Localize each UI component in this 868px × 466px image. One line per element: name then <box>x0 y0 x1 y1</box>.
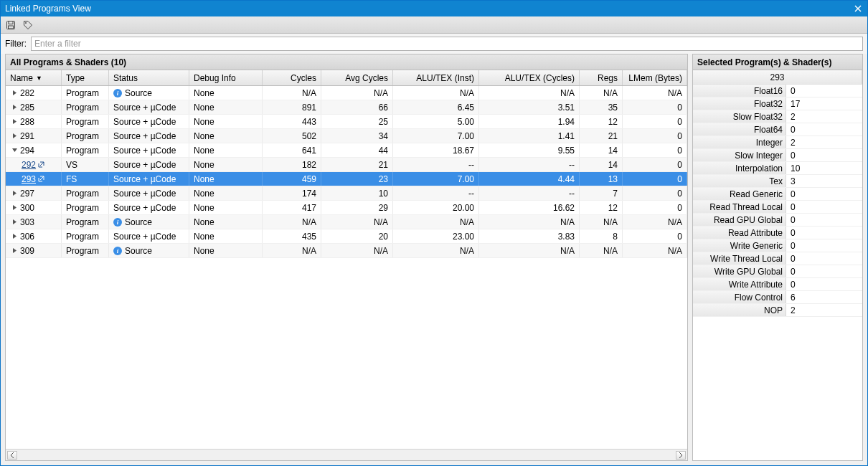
cell-type: Program <box>62 244 109 257</box>
property-label: Tex <box>693 175 786 187</box>
scroll-left-button[interactable] <box>7 451 17 460</box>
cell-debug: None <box>189 143 263 157</box>
horizontal-scrollbar[interactable] <box>6 449 687 460</box>
property-row[interactable]: Integer2 <box>693 136 862 149</box>
svg-point-5 <box>25 22 27 24</box>
col-lmem[interactable]: LMem (Bytes) <box>623 70 687 85</box>
cell-cycles: N/A <box>263 244 321 257</box>
table-row[interactable]: 303ProgramiSourceNoneN/AN/AN/AN/AN/AN/A <box>6 215 687 229</box>
col-regs[interactable]: Regs <box>580 70 623 85</box>
col-alu-inst[interactable]: ALU/TEX (Inst) <box>393 70 479 85</box>
property-row[interactable]: Slow Float322 <box>693 110 862 123</box>
tree-expand-button[interactable] <box>10 189 19 198</box>
cell-alu-cycles: N/A <box>479 215 580 229</box>
external-link-icon <box>38 161 44 168</box>
property-row[interactable]: Write GPU Global0 <box>693 265 862 278</box>
property-row[interactable]: Tex3 <box>693 175 862 188</box>
svg-rect-3 <box>9 21 13 24</box>
grid-body[interactable]: 282ProgramiSourceNoneN/AN/AN/AN/AN/AN/A2… <box>6 86 687 449</box>
table-row[interactable]: 288ProgramSource + µCodeNone443255.001.9… <box>6 115 687 129</box>
close-button[interactable] <box>853 4 863 14</box>
table-row[interactable]: 309ProgramiSourceNoneN/AN/AN/AN/AN/AN/A <box>6 244 687 258</box>
shader-link[interactable]: 292 <box>22 160 36 170</box>
tree-expand-button[interactable] <box>10 247 19 255</box>
shader-link[interactable]: 293 <box>22 174 36 184</box>
table-row[interactable]: 285ProgramSource + µCodeNone891666.453.5… <box>6 100 687 115</box>
cell-cycles: 182 <box>263 158 321 171</box>
property-row[interactable]: Interpolation10 <box>693 162 862 175</box>
property-row[interactable]: Write Thread Local0 <box>693 252 862 265</box>
cell-status: iSource <box>109 215 189 229</box>
scroll-right-button[interactable] <box>676 451 686 460</box>
toolbar <box>1 16 867 34</box>
cell-alu-inst: N/A <box>393 215 479 229</box>
window: Linked Programs View Filter: All Program… <box>0 0 868 466</box>
tree-collapse-button[interactable] <box>10 146 19 155</box>
cell-name: 288 <box>6 115 62 128</box>
tree-expand-button[interactable] <box>10 103 19 112</box>
table-row[interactable]: 297ProgramSource + µCodeNone17410----70 <box>6 186 687 201</box>
property-label: Write GPU Global <box>693 265 786 277</box>
table-row[interactable]: 306ProgramSource + µCodeNone4352023.003.… <box>6 229 687 244</box>
tag-button[interactable] <box>21 18 35 32</box>
property-row[interactable]: Read Thread Local0 <box>693 201 862 214</box>
property-row[interactable]: Flow Control6 <box>693 291 862 304</box>
property-label: Float16 <box>693 85 786 97</box>
cell-status: Source + µCode <box>109 143 189 157</box>
col-cycles[interactable]: Cycles <box>263 70 321 85</box>
tree-expand-button[interactable] <box>10 132 19 141</box>
filter-input[interactable] <box>31 37 863 51</box>
table-row[interactable]: 282ProgramiSourceNoneN/AN/AN/AN/AN/AN/A <box>6 86 687 100</box>
col-name[interactable]: Name▼ <box>6 70 62 85</box>
cell-lmem: 0 <box>623 158 687 171</box>
col-avg[interactable]: Avg Cycles <box>321 70 393 85</box>
cell-type: Program <box>62 86 109 100</box>
property-row[interactable]: Read Generic0 <box>693 188 862 201</box>
cell-type: Program <box>62 201 109 214</box>
col-type[interactable]: Type <box>62 70 109 85</box>
table-row[interactable]: 293FSSource + µCodeNone459237.004.44130 <box>6 172 687 186</box>
save-button[interactable] <box>4 18 18 32</box>
table-row[interactable]: 294ProgramSource + µCodeNone6414418.679.… <box>6 143 687 158</box>
property-value: 0 <box>786 265 862 277</box>
cell-debug: None <box>189 86 263 100</box>
property-row[interactable]: NOP2 <box>693 304 862 317</box>
cell-type: Program <box>62 100 109 114</box>
col-alu-cycles[interactable]: ALU/TEX (Cycles) <box>479 70 580 85</box>
property-row[interactable]: Read Attribute0 <box>693 227 862 239</box>
selected-id-header[interactable]: 293 <box>693 70 862 84</box>
col-debug[interactable]: Debug Info <box>189 70 263 85</box>
tree-expand-button[interactable] <box>10 204 19 212</box>
property-label: Slow Integer <box>693 149 786 161</box>
tree-expand-button[interactable] <box>10 218 19 227</box>
cell-lmem: 0 <box>623 100 687 114</box>
col-status[interactable]: Status <box>109 70 189 85</box>
table-row[interactable]: 291ProgramSource + µCodeNone502347.001.4… <box>6 129 687 143</box>
program-name: 309 <box>20 246 34 256</box>
tree-expand-button[interactable] <box>10 232 19 241</box>
property-row[interactable]: Float3217 <box>693 98 862 110</box>
cell-cycles: 459 <box>263 172 321 186</box>
property-row[interactable]: Float640 <box>693 123 862 136</box>
table-row[interactable]: 300ProgramSource + µCodeNone4172920.0016… <box>6 201 687 215</box>
cell-alu-cycles: N/A <box>479 244 580 257</box>
tree-expand-button[interactable] <box>10 89 19 98</box>
property-row[interactable]: Write Attribute0 <box>693 278 862 291</box>
cell-regs: 12 <box>580 115 623 128</box>
property-row[interactable]: Float160 <box>693 85 862 98</box>
property-label: Write Attribute <box>693 278 786 290</box>
cell-alu-inst: 7.00 <box>393 172 479 186</box>
property-row[interactable]: Read GPU Global0 <box>693 214 862 227</box>
properties-title-row: 293 <box>693 70 862 85</box>
cell-cycles: N/A <box>263 215 321 229</box>
cell-status: Source + µCode <box>109 201 189 214</box>
property-value: 3 <box>786 175 862 187</box>
property-value: 0 <box>786 227 862 239</box>
cell-cycles: 502 <box>263 129 321 143</box>
program-name: 291 <box>20 131 34 141</box>
cell-status: iSource <box>109 244 189 257</box>
table-row[interactable]: 292VSSource + µCodeNone18221----140 <box>6 158 687 172</box>
property-row[interactable]: Slow Integer0 <box>693 149 862 162</box>
property-row[interactable]: Write Generic0 <box>693 239 862 252</box>
tree-expand-button[interactable] <box>10 118 19 126</box>
